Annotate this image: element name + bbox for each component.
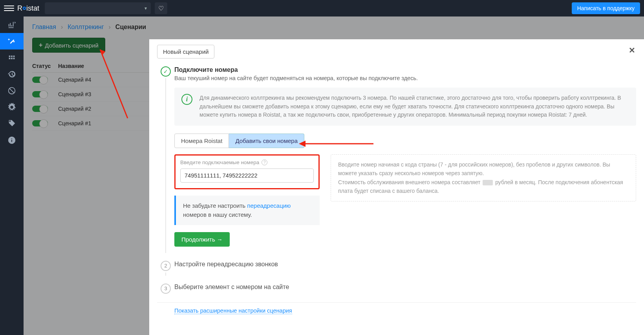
number-source-tabs: Номера Roistat Добавить свои номера <box>174 134 636 148</box>
info-text: Для динамического коллтрекинга мы рекоме… <box>199 94 629 119</box>
heart-icon: ♡ <box>158 5 164 12</box>
sidebar-blocked[interactable] <box>0 82 24 99</box>
sidebar-history[interactable] <box>0 66 24 82</box>
logo: Ristat <box>17 4 39 13</box>
info-box: i Для динамического коллтрекинга мы реко… <box>174 88 636 126</box>
step1-title: Подключите номера <box>174 66 636 73</box>
step3-title: Выберите элемент с номером на сайте <box>174 284 636 291</box>
info-icon: i <box>181 94 192 105</box>
sidebar-tags[interactable] <box>0 115 24 132</box>
step1-checkmark-icon: ✓ <box>161 66 171 77</box>
help-icon[interactable]: ? <box>262 159 267 165</box>
tab-own-numbers[interactable]: Добавить свои номера <box>229 134 304 148</box>
gear-icon <box>7 103 16 112</box>
side-note: Вводите номер начиная с кода страны (7 -… <box>331 154 636 201</box>
new-scenario-modal: Новый сценарий ✕ ✓ Подключите номера Ваш… <box>149 39 644 335</box>
step3-number: 3 <box>161 284 171 294</box>
project-select[interactable]: ▾ <box>45 2 151 14</box>
sidebar-calltracking[interactable] <box>0 33 24 49</box>
sidebar-info[interactable] <box>0 132 24 148</box>
support-button[interactable]: Написать в поддержку <box>572 2 640 14</box>
forward-hint: Не забудьте настроить переадресацию номе… <box>174 196 320 225</box>
dial-icon <box>7 53 16 62</box>
topbar: Ristat ▾ ♡ Написать в поддержку <box>0 0 644 16</box>
chevron-down-icon: ▾ <box>145 5 147 11</box>
sidebar <box>0 16 24 335</box>
favorites-button[interactable]: ♡ <box>155 2 167 14</box>
numbers-input[interactable] <box>180 168 314 183</box>
close-button[interactable]: ✕ <box>629 46 635 55</box>
numbers-field-label: Введите подключаемые номера ? <box>180 159 314 165</box>
sidebar-settings[interactable] <box>0 99 24 115</box>
wand-icon <box>7 37 16 46</box>
history-icon <box>7 70 16 79</box>
chart-icon <box>7 20 16 29</box>
menu-button[interactable] <box>4 3 14 13</box>
sidebar-analytics[interactable] <box>0 16 24 33</box>
modal-title-tab: Новый сценарий <box>157 45 214 59</box>
step1-subtitle: Ваш текуший номер на сайте будет подменя… <box>174 75 636 81</box>
forward-link[interactable]: переадресацию <box>247 202 291 209</box>
step2-title: Настройте переадресацию звонков <box>174 261 636 268</box>
tag-icon <box>7 119 16 128</box>
block-icon <box>7 86 16 95</box>
advanced-settings-link[interactable]: Показать расширенные настройки сценария <box>174 308 292 314</box>
price-placeholder <box>483 180 493 185</box>
info-icon <box>7 136 16 145</box>
continue-button[interactable]: Продолжить → <box>174 232 230 247</box>
tab-roistat-numbers[interactable]: Номера Roistat <box>174 134 229 148</box>
highlighted-input-area: Введите подключаемые номера ? <box>174 154 320 189</box>
sidebar-dial[interactable] <box>0 49 24 66</box>
step2-number: 2 <box>161 261 171 271</box>
